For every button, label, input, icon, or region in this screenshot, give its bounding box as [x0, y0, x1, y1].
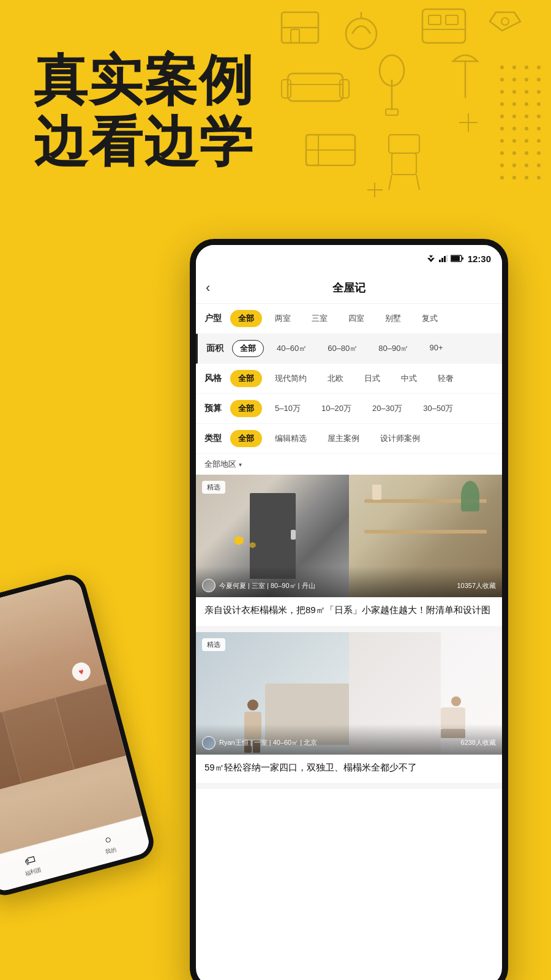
location-dropdown-arrow[interactable]: ▾: [239, 461, 242, 468]
svg-rect-61: [392, 153, 416, 175]
filter-tag-20-30[interactable]: 20–30万: [364, 400, 410, 417]
filter-tag-80-90[interactable]: 80–90㎡: [370, 340, 416, 357]
filter-tag-area-all[interactable]: 全部: [232, 340, 264, 357]
filter-tag-modern[interactable]: 现代简约: [267, 370, 315, 387]
filter-tag-editor-pick[interactable]: 编辑精选: [267, 430, 315, 447]
hero-line2: 边看边学: [34, 111, 254, 172]
card-2-meta-bar: Ryan王恒 | 一室 | 40–60㎡ | 北京 6238人收藏: [196, 724, 502, 755]
filter-tag-style-all[interactable]: 全部: [230, 370, 262, 387]
filter-tags-type: 全部 编辑精选 屋主案例 设计师案例: [230, 430, 428, 447]
nav-item-welfare[interactable]: 🏷 福利团: [20, 852, 42, 878]
svg-point-19: [512, 66, 516, 69]
filter-row-budget: 预算 全部 5–10万 10–20万 20–30万 30–50万: [196, 394, 502, 424]
filter-section: 户型 全部 两室 三室 四室 别墅 复式 面积 全部 40–60㎡ 60–80㎡…: [196, 304, 502, 475]
filter-tags-style: 全部 现代简约 北欧 日式 中式 轻奢: [230, 370, 462, 387]
welfare-icon: 🏷: [23, 853, 37, 868]
svg-point-46: [500, 151, 504, 155]
svg-point-3: [346, 18, 377, 49]
filter-tags-area: 全部 40–60㎡ 60–80㎡ 80–90㎡ 90+: [232, 340, 451, 357]
svg-point-49: [537, 151, 541, 155]
svg-rect-11: [282, 80, 291, 98]
svg-point-47: [512, 151, 516, 155]
svg-rect-7: [446, 15, 458, 24]
card-2[interactable]: 精选 Ryan王恒 | 一室 | 40–60㎡ | 北京 6238人收藏 59㎡…: [196, 632, 502, 783]
card-1[interactable]: 精选 今夏何夏 | 三室 | 80–90㎡ | 丹山 10357人收藏 亲自设计…: [196, 475, 502, 626]
svg-point-43: [512, 139, 516, 143]
svg-point-41: [537, 127, 541, 130]
filter-label-style: 风格: [204, 373, 224, 384]
card-1-badge: 精选: [202, 481, 225, 494]
filter-tag-90plus[interactable]: 90+: [421, 340, 451, 357]
filter-tag-light-luxury[interactable]: 轻奢: [430, 370, 462, 387]
filter-label-budget: 预算: [204, 403, 224, 414]
svg-point-20: [525, 66, 528, 69]
svg-point-34: [500, 115, 504, 118]
svg-point-29: [537, 90, 541, 94]
svg-point-25: [537, 78, 541, 81]
svg-point-45: [537, 139, 541, 143]
filter-tag-designer-case[interactable]: 设计师案例: [372, 430, 428, 447]
filter-tag-four-room[interactable]: 四室: [340, 310, 372, 327]
status-time: 12:30: [468, 254, 491, 264]
svg-rect-64: [389, 135, 419, 153]
filter-label-area: 面积: [206, 343, 226, 354]
svg-point-44: [525, 139, 528, 143]
card-2-title: 59㎡轻松容纳一家四口，双独卫、榻榻米全都少不了: [196, 755, 502, 783]
filter-tag-nordic[interactable]: 北欧: [320, 370, 351, 387]
svg-rect-77: [451, 256, 460, 261]
svg-point-51: [512, 164, 516, 167]
filter-label-room-type: 户型: [204, 313, 224, 324]
svg-point-39: [512, 127, 516, 130]
status-bar: 12:30: [196, 245, 502, 272]
location-text[interactable]: 全部地区: [204, 459, 236, 470]
card-1-avatar: [202, 579, 216, 592]
svg-point-40: [525, 127, 528, 130]
svg-point-31: [512, 102, 516, 106]
filter-tag-budget-all[interactable]: 全部: [230, 400, 262, 417]
filter-tag-all[interactable]: 全部: [230, 310, 262, 327]
filter-tag-30-50[interactable]: 30–50万: [415, 400, 461, 417]
filter-tag-two-room[interactable]: 两室: [267, 310, 299, 327]
svg-line-63: [416, 175, 419, 190]
svg-point-52: [525, 164, 528, 167]
filter-tag-60-80[interactable]: 60–80㎡: [320, 340, 365, 357]
page-title: 全屋记: [332, 281, 365, 295]
svg-point-35: [512, 115, 516, 118]
card-2-user: Ryan王恒 | 一室 | 40–60㎡ | 北京: [219, 738, 317, 747]
svg-point-30: [500, 102, 504, 106]
svg-point-33: [537, 102, 541, 106]
filter-tag-villa[interactable]: 别墅: [377, 310, 409, 327]
card-1-meta-bar: 今夏何夏 | 三室 | 80–90㎡ | 丹山 10357人收藏: [196, 567, 502, 597]
svg-rect-78: [462, 257, 463, 260]
card-2-saves: 6238人收藏: [461, 738, 496, 747]
svg-point-54: [500, 176, 504, 179]
svg-rect-6: [429, 15, 441, 24]
filter-tag-duplex[interactable]: 复式: [414, 310, 446, 327]
card-1-image: 精选 今夏何夏 | 三室 | 80–90㎡ | 丹山 10357人收藏: [196, 475, 502, 597]
card-1-user: 今夏何夏 | 三室 | 80–90㎡ | 丹山: [219, 581, 315, 590]
back-button[interactable]: ‹: [206, 280, 210, 296]
svg-point-55: [512, 176, 516, 179]
filter-tag-japanese[interactable]: 日式: [356, 370, 388, 387]
filter-label-type: 类型: [204, 433, 224, 444]
filter-tags-budget: 全部 5–10万 10–20万 20–30万 30–50万: [230, 400, 461, 417]
svg-line-62: [389, 175, 392, 190]
svg-rect-12: [340, 80, 349, 98]
filter-tag-type-all[interactable]: 全部: [230, 430, 262, 447]
nav-item-mine[interactable]: ○ 我的: [101, 832, 118, 856]
filter-tag-three-room[interactable]: 三室: [304, 310, 335, 327]
card-1-title: 亲自设计衣柜榻榻米，把89㎡「日系」小家越住越大！附清单和设计图: [196, 597, 502, 626]
svg-point-22: [500, 78, 504, 81]
svg-point-42: [500, 139, 504, 143]
hero-line1: 真实案例: [34, 50, 254, 110]
svg-point-9: [501, 18, 509, 25]
content-area: 精选 今夏何夏 | 三室 | 80–90㎡ | 丹山 10357人收藏 亲自设计…: [196, 475, 502, 789]
filter-tag-chinese[interactable]: 中式: [393, 370, 425, 387]
filter-tag-40-60[interactable]: 40–60㎡: [269, 340, 315, 357]
profile-icon: ○: [103, 832, 113, 846]
save-icon: ♥: [70, 660, 92, 683]
filter-tag-5-10[interactable]: 5–10万: [267, 400, 309, 417]
svg-rect-74: [444, 256, 446, 262]
filter-tag-10-20[interactable]: 10–20万: [313, 400, 359, 417]
filter-tag-owner-case[interactable]: 屋主案例: [320, 430, 367, 447]
